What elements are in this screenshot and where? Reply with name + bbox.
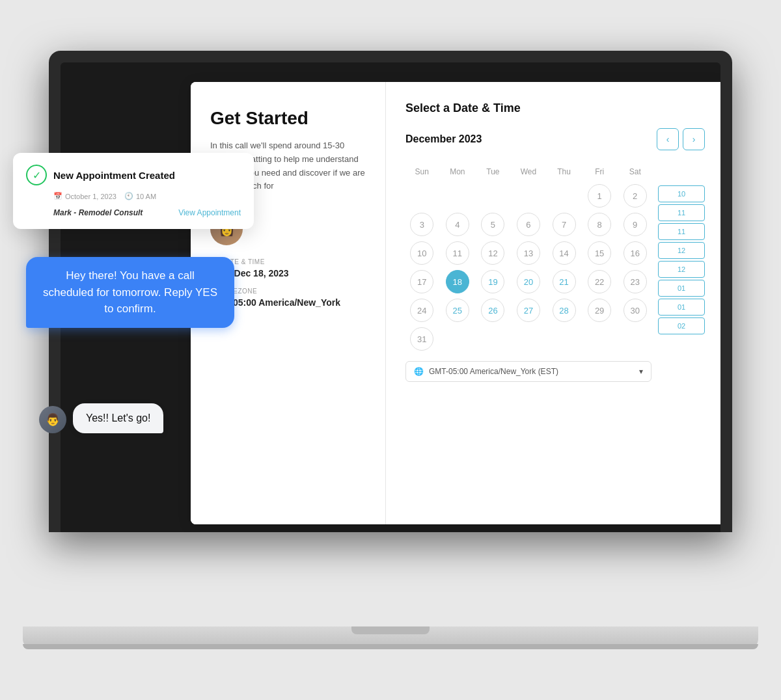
day-23[interactable]: 23: [623, 270, 647, 293]
day-10[interactable]: 10: [410, 241, 433, 265]
day-header-fri: Fri: [583, 163, 616, 180]
time-slot-1100[interactable]: 11: [658, 204, 705, 221]
day-empty: [517, 184, 540, 208]
outgoing-chat-bubble: Hey there! You have a call scheduled for…: [26, 257, 234, 328]
day-header-mon: Mon: [441, 163, 474, 180]
day-21[interactable]: 21: [553, 270, 576, 293]
chevron-down-icon: ▾: [639, 367, 643, 376]
day-27[interactable]: 27: [517, 299, 540, 322]
notification-time: 🕙 10 AM: [124, 192, 156, 200]
day-18-selected[interactable]: 18: [446, 270, 469, 293]
right-panel: Select a Date & Time December 2023 ‹ › S: [386, 82, 720, 524]
day-empty: [623, 327, 647, 351]
next-month-button[interactable]: ›: [683, 128, 705, 150]
day-25[interactable]: 25: [446, 299, 469, 322]
day-3[interactable]: 3: [410, 213, 433, 236]
day-5[interactable]: 5: [481, 213, 504, 236]
day-29[interactable]: 29: [588, 299, 611, 322]
day-22[interactable]: 22: [588, 270, 611, 293]
ui-panel: Get Started In this call we'll spend aro…: [191, 82, 720, 524]
notification-client-name: Mark - Remodel Consult: [53, 208, 143, 217]
day-15[interactable]: 15: [588, 241, 611, 265]
day-empty: [410, 184, 433, 208]
time-slots-column: 10 11 11 12 12 01 01 02: [658, 163, 705, 382]
day-empty: [446, 184, 469, 208]
laptop-mockup: Get Started In this call we'll spend aro…: [49, 51, 732, 649]
incoming-avatar: 👨: [39, 406, 66, 433]
calendar-nav-buttons: ‹ ›: [657, 128, 705, 150]
calendar-nav-row: December 2023 ‹ ›: [405, 128, 705, 150]
get-started-title: Get Started: [210, 108, 366, 129]
day-26[interactable]: 26: [481, 299, 504, 322]
notification-date: 📅 October 1, 2023: [53, 192, 116, 200]
day-30[interactable]: 30: [623, 299, 647, 322]
time-slot-1200[interactable]: 12: [658, 242, 705, 259]
timezone-text: GMT-05:00 America/New_York (EST): [429, 367, 558, 376]
time-slot-0200[interactable]: 02: [658, 317, 705, 334]
day-empty: [481, 184, 504, 208]
notification-header: ✓ New Appointment Created: [26, 165, 241, 185]
incoming-chat-bubble: 👨 Yes!! Let's go!: [39, 403, 163, 433]
time-slot-0100[interactable]: 01: [658, 280, 705, 297]
day-header-thu: Thu: [547, 163, 581, 180]
notification-footer: Mark - Remodel Consult View Appointment: [26, 208, 241, 217]
day-31[interactable]: 31: [410, 327, 433, 351]
day-8[interactable]: 8: [588, 213, 611, 236]
laptop-base: [23, 626, 758, 649]
check-circle-icon: ✓: [26, 165, 47, 185]
calendar-header: Select a Date & Time: [405, 101, 705, 115]
day-2[interactable]: 2: [623, 184, 647, 208]
day-1[interactable]: 1: [588, 184, 611, 208]
calendar-wrapper: Sun Mon Tue Wed Thu Fri Sat: [405, 163, 705, 382]
view-appointment-link[interactable]: View Appointment: [178, 208, 241, 217]
calendar-main: Sun Mon Tue Wed Thu Fri Sat: [405, 163, 658, 382]
calendar-icon-small: 📅: [53, 192, 62, 200]
day-header-sun: Sun: [405, 163, 439, 180]
laptop-base-bottom: [23, 644, 758, 649]
incoming-message-text: Yes!! Let's go!: [73, 403, 163, 433]
timezone-selector[interactable]: 🌐 GMT-05:00 America/New_York (EST) ▾: [405, 361, 651, 382]
day-24[interactable]: 24: [410, 299, 433, 322]
day-6[interactable]: 6: [517, 213, 540, 236]
time-slot-1000[interactable]: 10: [658, 185, 705, 202]
day-header-wed: Wed: [512, 163, 545, 180]
notification-meta: 📅 October 1, 2023 🕙 10 AM: [26, 192, 241, 200]
day-12[interactable]: 12: [481, 241, 504, 265]
notification-card: ✓ New Appointment Created 📅 October 1, 2…: [13, 153, 254, 229]
day-13[interactable]: 13: [517, 241, 540, 265]
notification-title: New Appointment Created: [53, 170, 175, 181]
day-4[interactable]: 4: [446, 213, 469, 236]
clock-icon: 🕙: [124, 192, 133, 200]
day-empty: [588, 327, 611, 351]
day-7[interactable]: 7: [553, 213, 576, 236]
day-9[interactable]: 9: [623, 213, 647, 236]
time-slot-0130[interactable]: 01: [658, 299, 705, 316]
day-header-sat: Sat: [618, 163, 651, 180]
day-empty: [517, 327, 540, 351]
calendar-day-headers: Sun Mon Tue Wed Thu Fri Sat: [405, 163, 651, 352]
day-16[interactable]: 16: [623, 241, 647, 265]
day-19[interactable]: 19: [481, 270, 504, 293]
prev-month-button[interactable]: ‹: [657, 128, 679, 150]
time-slot-1230[interactable]: 12: [658, 261, 705, 278]
day-header-tue: Tue: [476, 163, 510, 180]
calendar-month: December 2023: [405, 133, 482, 145]
day-11[interactable]: 11: [446, 241, 469, 265]
day-28[interactable]: 28: [553, 299, 576, 322]
day-empty: [446, 327, 469, 351]
laptop-notch: [351, 626, 430, 634]
time-slot-1130[interactable]: 11: [658, 223, 705, 240]
day-empty: [553, 184, 576, 208]
day-14[interactable]: 14: [553, 241, 576, 265]
globe-icon-small: 🌐: [414, 367, 424, 376]
day-17[interactable]: 17: [410, 270, 433, 293]
day-20[interactable]: 20: [517, 270, 540, 293]
day-empty: [553, 327, 576, 351]
day-empty: [481, 327, 504, 351]
